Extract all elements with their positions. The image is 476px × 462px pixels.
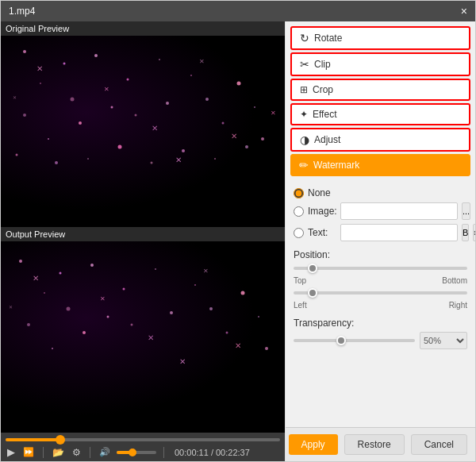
- progress-bar[interactable]: [6, 438, 280, 441]
- text-label: Text:: [308, 227, 336, 238]
- transparency-thumb[interactable]: [336, 336, 346, 345]
- svg-text:✕: ✕: [231, 132, 237, 141]
- output-video-preview: ✕ ✕ ✕ ✕ ✕ ✕ ✕: [1, 241, 285, 433]
- title-bar: 1.mp4 ×: [1, 1, 475, 21]
- output-sparkle-svg: ✕ ✕ ✕ ✕ ✕ ✕ ✕: [1, 241, 285, 433]
- svg-text:✕: ✕: [100, 295, 106, 302]
- text-radio[interactable]: [294, 228, 304, 238]
- svg-point-37: [44, 292, 45, 294]
- svg-point-16: [237, 82, 241, 86]
- main-area: Original Preview: [1, 21, 475, 461]
- svg-point-43: [27, 323, 30, 326]
- svg-text:✕: ✕: [13, 95, 17, 100]
- adjust-label: Adjust: [314, 134, 340, 145]
- left-right-slider-container: Left Right: [294, 291, 467, 310]
- effect-button[interactable]: ✦ Effect: [290, 103, 470, 125]
- watermark-button[interactable]: ✏ Watermark: [290, 154, 470, 176]
- svg-point-45: [83, 331, 86, 334]
- footer: Apply Restore Cancel: [286, 427, 475, 461]
- svg-point-49: [209, 307, 213, 310]
- volume-thumb[interactable]: [129, 449, 136, 456]
- svg-point-42: [107, 316, 109, 318]
- top-bottom-thumb[interactable]: [308, 264, 317, 273]
- svg-point-38: [90, 264, 94, 267]
- output-sparkle-bg: ✕ ✕ ✕ ✕ ✕ ✕ ✕: [1, 241, 285, 433]
- progress-bar-container[interactable]: [6, 436, 280, 444]
- crop-button[interactable]: ⊞ Crop: [290, 79, 470, 101]
- effect-label: Effect: [313, 109, 336, 120]
- text-radio-row: Text: B ≡: [294, 224, 467, 241]
- svg-point-40: [155, 268, 156, 270]
- svg-point-24: [182, 149, 185, 152]
- text-settings-button[interactable]: ≡: [473, 224, 475, 241]
- right-label: Right: [449, 301, 467, 310]
- svg-point-15: [222, 122, 225, 125]
- output-preview-section: Output Preview: [1, 227, 285, 433]
- svg-point-44: [52, 348, 53, 349]
- svg-point-4: [127, 79, 129, 81]
- text-bold-button[interactable]: B: [462, 224, 469, 241]
- image-radio-row: Image: ...: [294, 202, 467, 220]
- progress-thumb[interactable]: [56, 435, 65, 445]
- svg-point-23: [151, 162, 153, 164]
- svg-point-39: [123, 288, 125, 291]
- restore-button[interactable]: Restore: [344, 434, 405, 455]
- svg-point-48: [194, 284, 196, 286]
- close-button[interactable]: ×: [461, 6, 467, 17]
- transparency-select[interactable]: 50% 25% 75% 100%: [420, 332, 467, 349]
- svg-point-2: [40, 83, 41, 84]
- clip-button[interactable]: ✂ Clip: [290, 52, 470, 76]
- text-input[interactable]: [340, 224, 458, 241]
- clip-label: Clip: [314, 59, 331, 70]
- svg-text:✕: ✕: [235, 341, 241, 350]
- svg-point-41: [67, 307, 71, 311]
- none-label: None: [308, 187, 336, 198]
- transparency-track[interactable]: [294, 339, 415, 342]
- original-preview-label: Original Preview: [1, 21, 285, 36]
- adjust-icon: ◑: [300, 133, 309, 146]
- time-total: 00:22:37: [216, 448, 250, 457]
- apply-button[interactable]: Apply: [289, 434, 338, 455]
- window-title: 1.mp4: [9, 6, 35, 17]
- original-video-preview: ✕ ✕ ✕ ✕ ✕ ✕ ✕ ✕: [1, 36, 285, 227]
- svg-point-26: [245, 145, 248, 148]
- image-input[interactable]: [340, 202, 458, 220]
- play-button[interactable]: ▶: [6, 446, 17, 458]
- left-right-thumb[interactable]: [308, 288, 317, 298]
- separator-1: [43, 447, 44, 458]
- top-bottom-labels: Top Bottom: [294, 276, 467, 285]
- rotate-button[interactable]: ↻ Rotate: [290, 26, 470, 50]
- svg-point-6: [71, 98, 75, 102]
- svg-point-14: [205, 98, 209, 101]
- fast-forward-button[interactable]: ⏩: [21, 447, 36, 457]
- svg-point-12: [166, 102, 169, 105]
- rotate-icon: ↻: [300, 32, 309, 44]
- crop-label: Crop: [313, 84, 333, 95]
- top-bottom-track[interactable]: [294, 267, 467, 270]
- svg-point-5: [159, 59, 160, 60]
- main-window: 1.mp4 × Original Preview: [0, 0, 476, 462]
- svg-point-20: [55, 161, 58, 164]
- image-browse-button[interactable]: ...: [462, 202, 470, 220]
- volume-button[interactable]: 🔊: [98, 447, 112, 457]
- watermark-icon: ✏: [299, 159, 309, 171]
- effect-icon: ✦: [300, 109, 308, 120]
- image-radio[interactable]: [294, 206, 304, 217]
- svg-point-50: [226, 332, 228, 334]
- right-panel: ↻ Rotate ✂ Clip ⊞ Crop ✦ Effect: [285, 21, 475, 461]
- settings-button[interactable]: ⚙: [71, 447, 83, 458]
- svg-point-52: [258, 316, 259, 318]
- svg-text:✕: ✕: [104, 86, 109, 93]
- adjust-button[interactable]: ◑ Adjust: [290, 128, 470, 152]
- cancel-button[interactable]: Cancel: [411, 434, 467, 455]
- svg-text:✕: ✕: [152, 124, 158, 133]
- svg-text:✕: ✕: [9, 305, 13, 310]
- svg-point-19: [16, 154, 18, 156]
- left-right-labels: Left Right: [294, 301, 467, 310]
- transparency-slider[interactable]: [294, 333, 415, 348]
- volume-slider[interactable]: [117, 451, 156, 454]
- open-file-button[interactable]: 📂: [51, 447, 66, 458]
- original-sparkle-bg: ✕ ✕ ✕ ✕ ✕ ✕ ✕ ✕: [1, 36, 285, 227]
- none-radio[interactable]: [294, 188, 304, 198]
- left-right-track[interactable]: [294, 291, 467, 295]
